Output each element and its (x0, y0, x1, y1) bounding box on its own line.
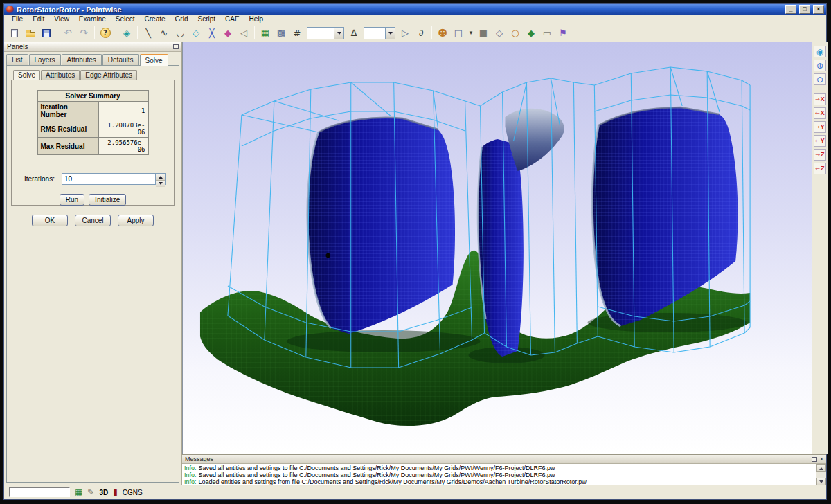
initialize-button[interactable]: Initialize (89, 194, 126, 206)
messages-scrollbar[interactable] (816, 464, 826, 486)
iterations-spinner[interactable] (62, 173, 166, 185)
probe-button[interactable]: ◈ (119, 26, 134, 41)
prism-button[interactable]: ◇ (492, 26, 507, 41)
view-plus-z-button[interactable]: →Z (814, 149, 826, 161)
reset-view-button[interactable]: ◉ (814, 46, 826, 57)
menu-select[interactable]: Select (111, 15, 140, 24)
dimension-combobox[interactable] (307, 27, 344, 39)
view-plus-x-button[interactable]: →X (814, 93, 826, 105)
arc-tool-button[interactable]: ◡ (172, 26, 188, 41)
block-solid-button[interactable]: ■ (476, 26, 491, 41)
subtab-solve[interactable]: Solve (13, 70, 40, 80)
block-dropdown-button[interactable]: ▾ (467, 26, 475, 41)
block-outline-button[interactable]: □ (451, 26, 466, 41)
line-tool-icon: ╲ (145, 28, 151, 37)
plus-y-label: Y (821, 124, 825, 130)
menu-create[interactable]: Create (140, 15, 170, 24)
view-minus-y-button[interactable]: ←Y (814, 135, 826, 147)
angle-dropdown-icon[interactable] (385, 28, 395, 39)
tab-list[interactable]: List (6, 54, 28, 65)
revolve-tool-button[interactable]: ◁ (236, 26, 251, 41)
panel-filler (7, 226, 179, 482)
assemble-button[interactable]: ⚑ (555, 26, 571, 41)
menu-examine[interactable]: Examine (74, 15, 111, 24)
minus-z-label: Z (821, 165, 825, 172)
view-plus-y-button[interactable]: →Y (814, 121, 826, 133)
extrude-grid-button[interactable]: ▩ (274, 26, 289, 41)
content-row: Panels List Layers Attributes Defaults S… (4, 42, 826, 485)
subtab-edge-attributes[interactable]: Edge Attributes (80, 70, 137, 80)
help-button[interactable]: ? (98, 26, 113, 41)
apply-button[interactable]: Apply (118, 215, 154, 226)
scroll-up-icon[interactable] (816, 464, 826, 472)
solve-tool-button[interactable]: ▷ (397, 26, 413, 41)
angle-combobox[interactable] (364, 27, 395, 39)
intersect-tool-button[interactable]: ╳ (204, 26, 220, 41)
ok-button[interactable]: OK (32, 215, 68, 226)
cancel-button[interactable]: Cancel (75, 215, 111, 226)
face-button[interactable]: ▭ (539, 26, 555, 41)
solve-icon: ▷ (402, 28, 409, 37)
structured-grid-button[interactable]: ▦ (258, 26, 273, 41)
save-file-button[interactable] (39, 26, 54, 41)
iteration-number-label: Iteration Number (37, 102, 98, 120)
view-minus-x-button[interactable]: ←X (814, 107, 826, 119)
minus-y-arrow-icon: ← (815, 138, 820, 144)
surface-tool-icon: ◆ (224, 28, 231, 37)
open-file-button[interactable] (23, 26, 38, 41)
zoom-in-button[interactable]: ⊕ (814, 60, 826, 71)
minimize-button[interactable]: _ (785, 5, 796, 14)
tab-defaults[interactable]: Defaults (102, 54, 139, 65)
connector-node-icon: ○ (511, 28, 519, 37)
block-outline-icon: □ (454, 28, 463, 37)
undo-button[interactable]: ↶ (60, 26, 75, 41)
display-style-button[interactable]: ☻ (435, 26, 450, 41)
connector-node-button[interactable]: ○ (508, 26, 523, 41)
panels-sidebar: Panels List Layers Attributes Defaults S… (4, 42, 182, 485)
maximize-button[interactable]: □ (799, 5, 810, 14)
selection-point (326, 253, 330, 258)
spinner-up-icon[interactable] (156, 174, 165, 181)
menu-bar: File Edit View Examine Select Create Gri… (4, 15, 826, 24)
3d-viewport[interactable] (182, 42, 812, 454)
solve-panel: Solver Summary Iteration Number 1 RMS Re… (11, 80, 175, 206)
examine-tool-button[interactable]: ∂ (413, 26, 429, 41)
dock-messages-icon[interactable] (812, 457, 817, 462)
tool-status-icon: ✎ (87, 488, 94, 496)
tab-layers[interactable]: Layers (29, 54, 61, 65)
close-messages-icon[interactable]: × (820, 456, 823, 462)
close-button[interactable]: × (813, 5, 824, 14)
line-tool-button[interactable]: ╲ (141, 26, 156, 41)
messages-body: Info:Saved all entities and settings to … (182, 464, 826, 486)
diamond-tool-icon: ◇ (193, 28, 199, 37)
diamond-tool-button[interactable]: ◇ (188, 26, 204, 41)
menu-script[interactable]: Script (193, 15, 220, 24)
surface-tool-button[interactable]: ◆ (220, 26, 235, 41)
command-input[interactable] (9, 487, 70, 497)
new-file-button[interactable] (7, 26, 22, 41)
run-button[interactable]: Run (60, 194, 84, 206)
spinner-down-icon[interactable] (156, 181, 165, 187)
dimension-dropdown-icon[interactable] (334, 28, 343, 39)
title-bar[interactable]: RotorStatorRotor - Pointwise _ □ × (4, 4, 826, 15)
view-minus-z-button[interactable]: ←Z (814, 163, 826, 174)
domain-button[interactable]: ◆ (524, 26, 539, 41)
menu-edit[interactable]: Edit (28, 15, 49, 24)
redo-button[interactable]: ↷ (76, 26, 91, 41)
menu-cae[interactable]: CAE (220, 15, 244, 24)
menu-view[interactable]: View (49, 15, 74, 24)
float-panel-icon[interactable] (173, 44, 179, 49)
subtab-attributes[interactable]: Attributes (41, 70, 80, 80)
probe-icon: ◈ (123, 28, 130, 37)
angle-tool-button[interactable]: ∆ (346, 26, 361, 41)
tab-solve[interactable]: Solve (140, 54, 168, 66)
menu-grid[interactable]: Grid (170, 15, 193, 24)
zoom-out-button[interactable]: ⊖ (814, 73, 826, 85)
dimension-tool-button[interactable]: # (289, 26, 305, 41)
menu-help[interactable]: Help (244, 15, 269, 24)
toolbar-separator (57, 26, 57, 39)
menu-file[interactable]: File (7, 15, 28, 24)
iterations-input[interactable] (62, 174, 155, 184)
tab-attributes[interactable]: Attributes (62, 54, 102, 65)
curve-tool-button[interactable]: ∿ (157, 26, 172, 41)
